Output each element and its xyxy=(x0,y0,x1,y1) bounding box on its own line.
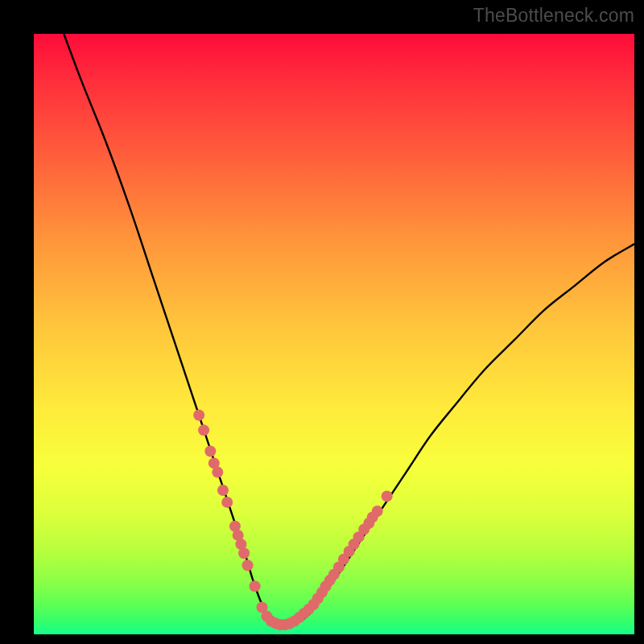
marker-dot xyxy=(204,445,216,456)
marker-dot xyxy=(238,547,250,559)
chart-frame: TheBottleneck.com xyxy=(0,0,644,644)
chart-svg xyxy=(34,34,634,634)
marker-dot xyxy=(221,497,233,508)
marker-dot xyxy=(372,506,383,517)
curve-layer xyxy=(64,34,634,626)
markers-left-cluster xyxy=(193,410,260,592)
markers-right-cluster xyxy=(312,490,393,604)
plot-area xyxy=(34,34,634,634)
bottleneck-curve xyxy=(64,34,634,626)
marker-dot xyxy=(242,559,254,571)
marker-dot xyxy=(212,467,223,478)
marker-dot xyxy=(193,410,204,421)
markers-bottom-cluster xyxy=(256,599,319,630)
marker-dot xyxy=(217,485,229,496)
marker-dot xyxy=(198,424,209,436)
marker-dot xyxy=(382,490,393,502)
marker-dot xyxy=(250,580,261,592)
watermark-text: TheBottleneck.com xyxy=(473,5,634,27)
